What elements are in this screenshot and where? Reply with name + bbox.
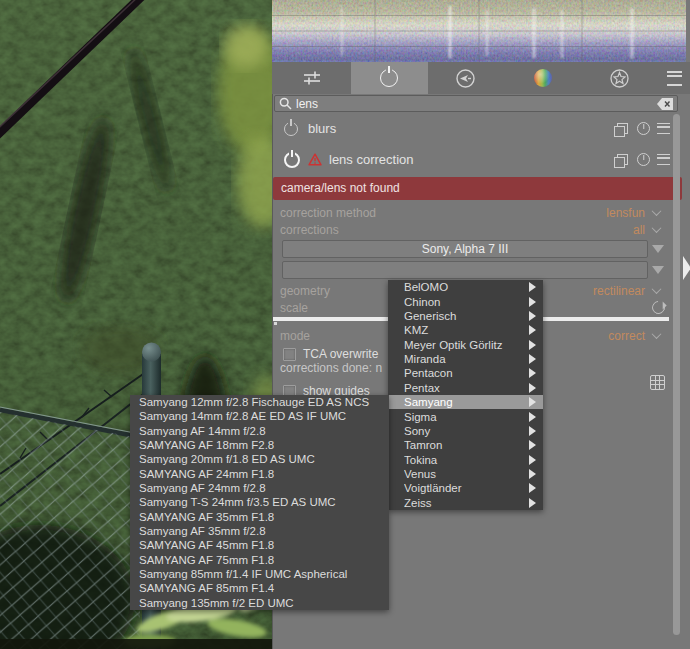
power-icon[interactable] [284,152,300,168]
brand-menu-item[interactable]: Sigma [388,409,543,423]
brand-menu: BelOMO Chinon Generisch KMZ Meyer Optik … [388,280,543,510]
submenu-arrow-icon [529,455,536,465]
panel-menu-button[interactable] [660,62,688,94]
circle-arrow-icon [456,69,475,88]
submenu-arrow-icon [529,311,536,321]
scale-reset-button[interactable] [650,300,666,315]
color-ball-icon [533,68,553,88]
tab-active-modules[interactable] [274,62,351,94]
submenu-arrow-icon [529,383,536,393]
geometry-label: geometry [280,284,330,298]
submenu-arrow-icon [529,498,536,508]
correction-method-row: correction method lensfun [280,205,660,220]
module-search-input[interactable]: lens [274,95,678,112]
lens-menu-item[interactable]: Samyang 14mm f/2.8 AE ED AS IF UMC [130,409,389,423]
brand-menu-item[interactable]: Tamron [388,438,543,452]
tab-grading-group[interactable] [504,62,581,94]
brand-menu-item[interactable]: Sony [388,424,543,438]
mode-value: correct [608,329,645,343]
submenu-arrow-icon [529,412,536,422]
mode-select[interactable]: correct [608,329,660,343]
brand-menu-item[interactable]: Venus [388,467,543,481]
lens-menu-item[interactable]: Samyang AF 14mm f/2.8 [130,424,389,438]
corrections-label: corrections [280,223,339,237]
brand-menu-item[interactable]: Pentacon [388,366,543,380]
presets-icon[interactable] [657,154,670,165]
corrections-select[interactable]: all [633,223,660,237]
module-group-tabbar [272,62,690,94]
submenu-arrow-icon [529,440,536,450]
tab-power-group[interactable] [351,62,428,94]
module-header-blurs[interactable]: blurs [272,115,682,142]
brand-menu-item[interactable]: Zeiss [388,496,543,510]
camera-combobox[interactable]: Sony, Alpha 7 III [282,240,648,258]
lens-combobox[interactable] [282,261,648,279]
submenu-arrow-icon [529,397,536,407]
brand-menu-item[interactable]: Pentax [388,381,543,395]
brand-menu-item[interactable]: Meyer Optik Görlitz [388,338,543,352]
lens-model-menu: Samyang 12mm f/2.8 Fischauge ED AS NCS S… [130,395,389,610]
module-header-lens-correction[interactable]: lens correction [272,146,682,173]
lens-menu-item[interactable]: SAMYANG AF 35mm F1.8 [130,510,389,524]
geometry-value: rectilinear [593,284,645,298]
slider-tick [274,322,277,325]
lens-dropdown-button[interactable] [650,261,666,279]
lens-menu-item[interactable]: Samyang 20mm f/1.8 ED AS UMC [130,452,389,466]
mode-label: mode [280,329,310,343]
correction-method-value: lensfun [606,206,645,220]
brand-menu-item[interactable]: Voigtländer [388,481,543,495]
clear-icon[interactable] [657,98,674,110]
lens-menu-item[interactable]: SAMYANG AF 85mm F1.4 [130,581,389,595]
geometry-select[interactable]: rectilinear [593,284,660,298]
submenu-arrow-icon [529,325,536,335]
reset-icon[interactable] [637,153,650,166]
lens-menu-item[interactable]: SAMYANG AF 75mm F1.8 [130,553,389,567]
module-title[interactable]: blurs [308,121,617,136]
submenu-arrow-icon [529,297,536,307]
lens-menu-item[interactable]: Samyang 85mm f/1.4 IF UMC Aspherical [130,567,389,581]
tab-technical-group[interactable] [428,62,505,94]
darktable-window: lens blurs [0,0,690,649]
module-title[interactable]: lens correction [329,152,617,167]
brand-menu-item[interactable]: Miranda [388,352,543,366]
lens-menu-item[interactable]: SAMYANG AF 18mm F2.8 [130,438,389,452]
power-icon[interactable] [284,122,298,136]
lens-menu-item[interactable]: Samyang 12mm f/2.8 Fischauge ED AS NCS [130,395,389,409]
reset-icon[interactable] [637,122,650,135]
tab-effects-group[interactable] [581,62,658,94]
chevron-down-icon [652,223,662,233]
panel-collapse-handle[interactable] [683,256,690,280]
lens-menu-item[interactable]: Samyang AF 35mm f/2.8 [130,524,389,538]
tca-overwrite-label: TCA overwrite [303,347,378,361]
lens-menu-item[interactable]: SAMYANG AF 45mm F1.8 [130,538,389,552]
lens-menu-item[interactable]: Samyang 135mm f/2 ED UMC [130,596,389,610]
lens-menu-item[interactable]: Samyang AF 24mm f/2.8 [130,481,389,495]
camera-dropdown-button[interactable] [650,240,666,258]
submenu-arrow-icon [529,426,536,436]
multi-instance-icon[interactable] [617,154,628,165]
brand-menu-item[interactable]: BelOMO [388,280,543,294]
brand-menu-item[interactable]: Tokina [388,453,543,467]
tca-overwrite-checkbox[interactable] [283,348,296,361]
chevron-down-icon [652,206,662,216]
reset-arrow-icon [649,298,667,316]
brand-menu-item[interactable]: Samyang [388,395,543,409]
corrections-done-text: corrections done: n [280,361,382,375]
submenu-arrow-icon [529,469,536,479]
sliders-icon [303,70,321,86]
presets-icon[interactable] [657,123,670,134]
lens-menu-item[interactable]: Samyang T-S 24mm f/3.5 ED AS UMC [130,495,389,509]
chevron-down-icon [652,329,662,339]
panel-scrollbar[interactable] [673,114,680,635]
triangle-down-icon [652,266,664,274]
correction-method-select[interactable]: lensfun [606,206,660,220]
brand-menu-item[interactable]: Generisch [388,309,543,323]
waveform-scope [272,0,686,62]
scale-label: scale [280,301,308,315]
brand-menu-item[interactable]: KMZ [388,323,543,337]
lens-menu-item[interactable]: SAMYANG AF 24mm F1.8 [130,467,389,481]
star-icon [610,69,629,88]
guides-grid-icon[interactable] [650,375,665,390]
brand-menu-item[interactable]: Chinon [388,294,543,308]
multi-instance-icon[interactable] [617,123,628,134]
